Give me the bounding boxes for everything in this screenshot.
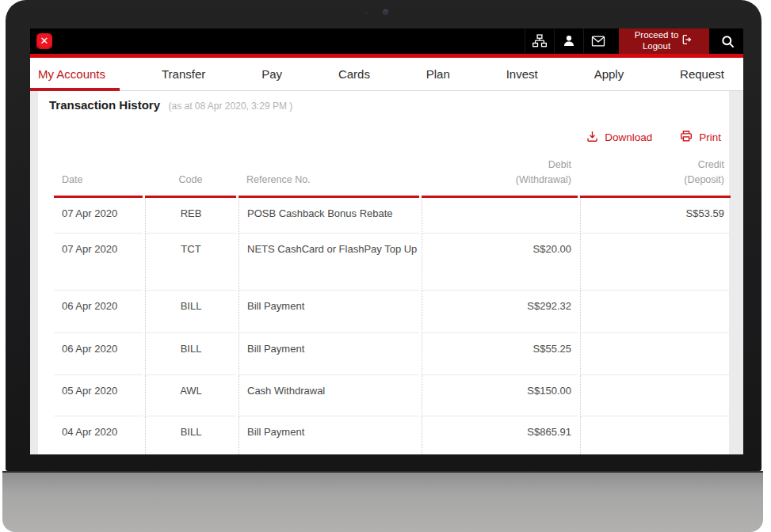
cell-debit: S$865.91 [422, 416, 578, 455]
cell-date: 05 Apr 2020 [54, 375, 143, 416]
logout-label: Proceed to Logout [635, 30, 679, 52]
cell-date: 07 Apr 2020 [54, 198, 143, 234]
transaction-table: Date Code Reference No. Debit(Withdrawal… [52, 158, 733, 454]
download-button[interactable]: Download [586, 130, 652, 146]
bank-logo-icon[interactable]: ✕ [36, 33, 52, 49]
main-nav: My Accounts Transfer Pay Cards Plan Inve… [30, 58, 743, 91]
cell-credit [580, 291, 731, 333]
table-row: 07 Apr 2020 TCT NETS CashCard or FlashPa… [54, 234, 731, 291]
table-row: 06 Apr 2020 BILL Bill Payment S$292.32 [54, 291, 731, 333]
active-tab-underline [30, 88, 120, 91]
appbar-icons: Proceed to Logout [525, 28, 743, 54]
table-row: 05 Apr 2020 AWL Cash Withdrawal S$150.00 [54, 375, 731, 416]
table-actions: Download Print [38, 129, 721, 146]
print-button[interactable]: Print [679, 129, 721, 146]
print-icon [679, 129, 693, 146]
mail-icon[interactable] [583, 28, 613, 54]
cell-code: BILL [145, 416, 236, 455]
page-title: Transaction History [49, 98, 160, 112]
title-row: Transaction History (as at 08 Apr 2020, … [38, 91, 729, 112]
cell-reference: Cash Withdrawal [239, 375, 419, 416]
cell-debit: S$150.00 [422, 375, 578, 416]
tab-request[interactable]: Request [680, 67, 724, 81]
cell-date: 06 Apr 2020 [54, 291, 143, 333]
print-label: Print [699, 131, 721, 143]
cell-debit: S$292.32 [422, 291, 578, 333]
transaction-history-card: Transaction History (as at 08 Apr 2020, … [38, 91, 729, 454]
search-icon[interactable] [712, 28, 743, 54]
tab-my-accounts[interactable]: My Accounts [38, 67, 105, 81]
cell-date: 04 Apr 2020 [54, 416, 143, 455]
tab-apply[interactable]: Apply [594, 67, 624, 81]
cell-reference: Bill Payment POS 144911092015B7 141 CLWH [239, 416, 419, 455]
cell-code: BILL [145, 333, 236, 375]
cell-date: 06 Apr 2020 [54, 333, 143, 375]
cell-code: REB [145, 198, 236, 234]
user-icon[interactable] [554, 28, 583, 54]
cell-credit [580, 333, 731, 375]
app-bar: ✕ [30, 28, 743, 54]
cell-reference: POSB Cashback Bonus Rebate [239, 198, 419, 234]
tab-cards[interactable]: Cards [338, 67, 370, 81]
col-header-reference: Reference No. [239, 158, 419, 198]
col-header-date: Date [54, 158, 143, 198]
cell-credit [580, 375, 731, 416]
as-at-timestamp: (as at 08 Apr 2020, 3:29 PM ) [169, 101, 293, 112]
tab-pay[interactable]: Pay [261, 67, 282, 81]
logout-icon [681, 33, 693, 49]
monitor-stand [2, 471, 763, 532]
browser-screen: ✕ [30, 28, 743, 454]
cell-code: AWL [145, 375, 236, 416]
sitemap-icon[interactable] [525, 28, 554, 54]
col-header-credit: Credit(Deposit) [580, 158, 731, 198]
webcam-led [365, 12, 368, 14]
cell-date: 07 Apr 2020 [54, 234, 143, 291]
col-header-code: Code [145, 158, 236, 198]
cell-debit: S$55.25 [422, 333, 578, 375]
table-row: 04 Apr 2020 BILL Bill Payment POS 144911… [54, 416, 731, 455]
cell-reference: Bill Payment [239, 333, 419, 375]
cell-code: BILL [145, 291, 236, 333]
cell-credit [580, 416, 731, 455]
cell-debit [422, 198, 578, 234]
cell-credit [580, 234, 731, 291]
cell-code: TCT [145, 234, 236, 291]
tab-plan[interactable]: Plan [426, 67, 450, 81]
page-background: Transaction History (as at 08 Apr 2020, … [30, 91, 743, 454]
col-header-debit: Debit(Withdrawal) [422, 158, 578, 198]
table-row: 06 Apr 2020 BILL Bill Payment S$55.25 [54, 333, 731, 375]
cell-debit: S$20.00 [422, 234, 578, 291]
webcam-icon [383, 10, 388, 15]
cell-credit: S$53.59 [580, 198, 731, 234]
screenshot-stage: ✕ [0, 0, 771, 532]
proceed-to-logout-button[interactable]: Proceed to Logout [619, 28, 709, 54]
table-header-row: Date Code Reference No. Debit(Withdrawal… [54, 158, 731, 198]
tab-transfer[interactable]: Transfer [162, 67, 205, 81]
tab-invest[interactable]: Invest [506, 67, 538, 81]
download-label: Download [605, 131, 652, 143]
download-icon [586, 130, 599, 146]
cell-reference: NETS CashCard or FlashPay Top Up [239, 234, 419, 291]
cell-reference: Bill Payment [239, 291, 419, 333]
table-row: 07 Apr 2020 REB POSB Cashback Bonus Reba… [54, 198, 731, 234]
cell-reference-line2-clipped: POS 144911092015B7 141 CLWH [247, 454, 419, 455]
